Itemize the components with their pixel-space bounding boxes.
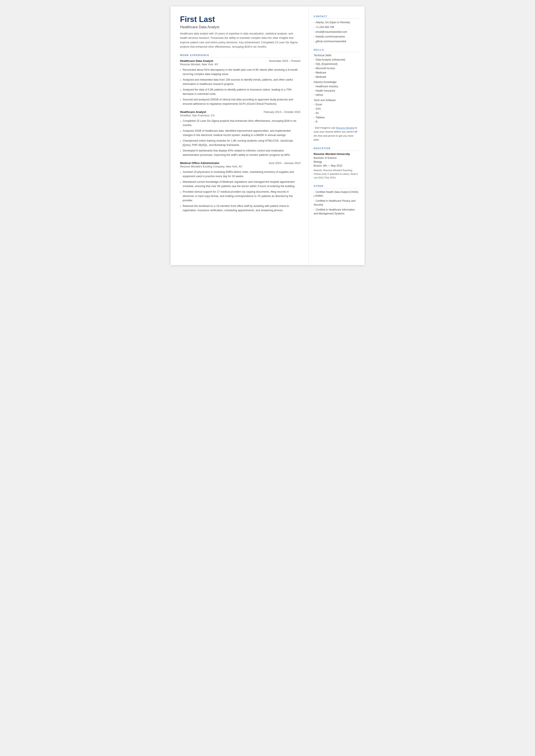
tech-skill-0: Data Analysis (Advanced) xyxy=(314,58,359,62)
job-block-1: Healthcare Data Analyst November 2015 – … xyxy=(180,59,300,106)
contact-list: Atlanta, GA (Open to Remote) +1-234-456-… xyxy=(314,20,359,43)
contact-item-3: linkedin.com/in/username xyxy=(314,35,359,39)
tech-skill-2: Microsoft Access xyxy=(314,66,359,70)
job-block-3: Medical Office Administrator June 2010 –… xyxy=(180,161,300,212)
job-header-2: Healthcare Analyst February 2013 – Octob… xyxy=(180,110,300,114)
bullet-3-1: Assisted 19 physicians in reviewing EMRs… xyxy=(180,170,300,179)
tech-skill-1: SQL (Experienced) xyxy=(314,62,359,66)
contact-item-1: +1-234-456-789 xyxy=(314,25,359,29)
bullet-2-4: Developed 8 dashboards that display KPIs… xyxy=(180,149,300,157)
technical-skills-list: Data Analysis (Advanced) SQL (Experience… xyxy=(314,58,359,79)
other-item-1: Certified in Healthcare Privacy and Secu… xyxy=(314,199,359,207)
tool-skill-4: R xyxy=(314,120,359,124)
bullet-3-4: Reduced the workload on a 15-member fron… xyxy=(180,204,300,212)
industry-skills-list: Healthcare Industry Health Insurance HIP… xyxy=(314,84,359,97)
resume-page: First Last Healthcare Data Analyst Healt… xyxy=(171,7,365,265)
industry-skills-label: Industry Knowledge: xyxy=(314,81,359,84)
tool-skill-1: SAS xyxy=(314,107,359,111)
contact-item-2: email@resumeworded.com xyxy=(314,30,359,34)
edu-location-date: Boston, MA — May 2010 xyxy=(314,164,359,168)
bullet-2-2: Analyzed 10GB of healthcare data, identi… xyxy=(180,129,300,137)
summary-text: Healthcare data analyst with 10 years of… xyxy=(180,32,300,49)
resume-worded-note: · Don't forget to use Resume Worded to s… xyxy=(314,126,359,142)
job-block-2: Healthcare Analyst February 2013 – Octob… xyxy=(180,110,300,157)
industry-skill-2: HIPAA xyxy=(314,93,359,97)
job-title-1: Healthcare Data Analyst xyxy=(180,59,213,63)
bullet-1-3: Analyzed the data of 5.9K patients to id… xyxy=(180,88,300,96)
job-dates-3: June 2010 – January 2013 xyxy=(268,162,300,165)
edu-awards: Awards: Resume Worded Teaching Fellow (o… xyxy=(314,169,359,180)
education-section: EDUCATION Resume Worded University Bache… xyxy=(314,147,359,180)
bullet-1-2: Analyzed and interpreted data from 159 s… xyxy=(180,78,300,86)
other-item-0: Certified Health Data Analyst (CHDA) | A… xyxy=(314,190,359,198)
tech-skill-4: Medicaid xyxy=(314,75,359,79)
industry-skill-0: Healthcare Industry xyxy=(314,84,359,88)
contact-item-4: github.com/resumeworded xyxy=(314,40,359,43)
job-header-3: Medical Office Administrator June 2010 –… xyxy=(180,161,300,165)
work-experience-label: WORK EXPERIENCE xyxy=(180,54,300,58)
contact-label: CONTACT xyxy=(314,15,359,19)
contact-item-0: Atlanta, GA (Open to Remote) xyxy=(314,20,359,24)
job-dates-2: February 2013 – October 2015 xyxy=(264,111,300,114)
right-column: CONTACT Atlanta, GA (Open to Remote) +1-… xyxy=(309,7,365,265)
tools-skills-list: Excel SAS 5S Tableau R xyxy=(314,102,359,124)
name-title-area: First Last Healthcare Data Analyst Healt… xyxy=(180,15,300,49)
contact-section: CONTACT Atlanta, GA (Open to Remote) +1-… xyxy=(314,15,359,43)
tool-skill-0: Excel xyxy=(314,102,359,106)
skills-section: SKILLS Technical Skills: Data Analysis (… xyxy=(314,48,359,142)
tool-skill-3: Tableau xyxy=(314,116,359,119)
job-company-2: Growthsi, San Francisco, CA xyxy=(180,114,300,117)
left-column: First Last Healthcare Data Analyst Healt… xyxy=(171,7,309,265)
bullet-3-2: Maintained current knowledge of Medicare… xyxy=(180,180,300,188)
education-label: EDUCATION xyxy=(314,147,359,151)
edu-field: Biology xyxy=(314,160,359,164)
edu-degree: Bachelor of Science xyxy=(314,156,359,160)
job-bullets-2: Completed 15 Lean Six Sigma projects tha… xyxy=(180,119,300,157)
tool-skill-2: 5S xyxy=(314,111,359,115)
tools-skills-label: Tools and Software: xyxy=(314,99,359,102)
bullet-2-1: Completed 15 Lean Six Sigma projects tha… xyxy=(180,119,300,127)
tech-skill-3: Medicare xyxy=(314,71,359,74)
work-experience-section: WORK EXPERIENCE Healthcare Data Analyst … xyxy=(180,54,300,212)
job-company-1: Resume Worded, New York, NY xyxy=(180,63,300,66)
job-title-heading: Healthcare Data Analyst xyxy=(180,25,300,29)
other-item-2: Certified in Healthcare Information and … xyxy=(314,208,359,215)
job-company-3: Resume Worded's Exciting Company, New Yo… xyxy=(180,165,300,168)
job-dates-1: November 2015 – Present xyxy=(269,60,300,63)
job-bullets-1: Reconciled about 91% discrepancy in the … xyxy=(180,68,300,106)
edu-institution: Resume Worded University xyxy=(314,153,359,155)
technical-skills-label: Technical Skills: xyxy=(314,54,359,57)
other-label: OTHER xyxy=(314,185,359,188)
skills-label: SKILLS xyxy=(314,48,359,52)
resume-worded-link[interactable]: Resume Worded xyxy=(336,126,354,129)
bullet-1-4: Sourced and analyzed 200GB of clinical t… xyxy=(180,98,300,106)
job-header-1: Healthcare Data Analyst November 2015 – … xyxy=(180,59,300,63)
other-list: Certified Health Data Analyst (CHDA) | A… xyxy=(314,190,359,215)
job-title-2: Healthcare Analyst xyxy=(180,110,206,114)
note-prefix: Don't forget to use xyxy=(315,126,336,129)
bullet-2-3: Championed online training modules for 1… xyxy=(180,139,300,147)
full-name: First Last xyxy=(180,15,300,24)
job-title-3: Medical Office Administrator xyxy=(180,161,219,165)
bullet-3-3: Provided clerical support for 17 medical… xyxy=(180,190,300,203)
other-section: OTHER Certified Health Data Analyst (CHD… xyxy=(314,185,359,215)
bullet-1-1: Reconciled about 91% discrepancy in the … xyxy=(180,68,300,76)
industry-skill-1: Health Insurance xyxy=(314,89,359,93)
job-bullets-3: Assisted 19 physicians in reviewing EMRs… xyxy=(180,170,300,212)
